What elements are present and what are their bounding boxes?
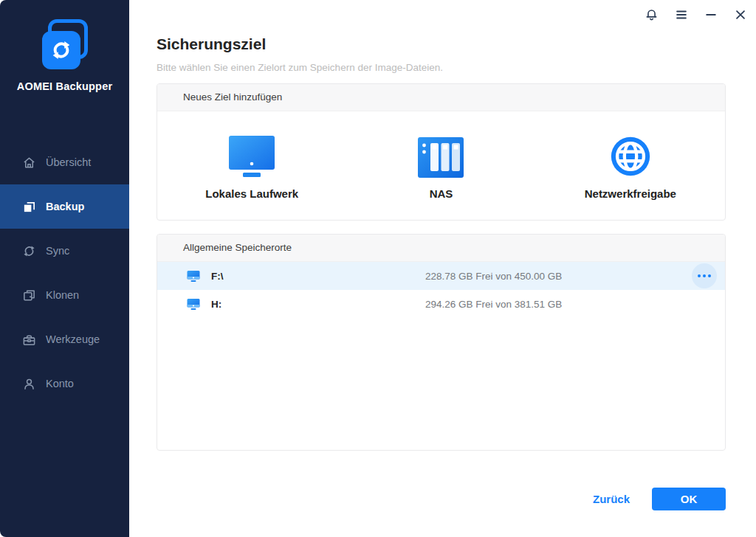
sidebar-item-label: Sync [46,245,69,257]
person-icon [22,377,36,391]
destination-options: Lokales Laufwerk [157,111,725,220]
globe-icon [608,132,653,179]
sidebar-item-klonen[interactable]: Klonen [0,273,129,317]
sync-icon [22,244,36,258]
sidebar-item-konto[interactable]: Konto [0,361,129,406]
sidebar-item-label: Werkzeuge [46,333,100,345]
sidebar-item-uebersicht[interactable]: Übersicht [0,140,129,184]
close-icon[interactable] [733,7,747,21]
home-icon [22,156,36,170]
backup-icon [22,200,36,214]
sidebar: AOMEI Backupper Übersicht Backup [0,0,129,537]
new-target-panel: Neues Ziel hinzufügen [157,83,726,221]
ok-button[interactable]: OK [652,488,726,510]
brand-name: AOMEI Backupper [0,80,129,92]
destination-option-nas[interactable]: NAS [346,132,535,200]
sidebar-item-werkzeuge[interactable]: Werkzeuge [0,317,129,361]
toolbox-icon [22,333,36,347]
clone-icon [22,288,36,302]
sidebar-item-label: Konto [46,378,74,389]
sidebar-item-label: Klonen [46,289,79,301]
drive-free-space: 294.26 GB Frei von 381.51 GB [425,299,562,310]
sidebar-nav: Übersicht Backup [0,140,129,406]
main-area: Sicherungsziel Bitte wählen Sie einen Zi… [129,0,756,537]
destination-option-label: Netzwerkfreigabe [585,187,676,200]
sidebar-item-label: Backup [46,201,84,212]
app-window: AOMEI Backupper Übersicht Backup [0,0,756,537]
drive-row-f[interactable]: F:\ 228.78 GB Frei von 450.00 GB [157,262,725,290]
drive-cell: H: [187,298,425,311]
drive-monitor-icon [187,298,200,311]
destination-option-label: NAS [430,187,453,200]
local-drive-icon [228,132,275,179]
bell-icon[interactable] [645,7,659,21]
menu-icon[interactable] [674,7,688,21]
sidebar-item-label: Übersicht [46,156,91,168]
destination-option-network-share[interactable]: Netzwerkfreigabe [536,132,725,200]
drive-letter: H: [211,299,221,310]
nas-icon [417,132,464,179]
footer-actions: Zurück OK [593,488,726,510]
drive-row-h[interactable]: H: 294.26 GB Frei von 381.51 GB [157,290,725,318]
destination-option-label: Lokales Laufwerk [205,187,298,200]
back-link[interactable]: Zurück [593,493,630,505]
sync-arrows-icon [42,31,80,69]
locations-panel-header: Allgemeine Speicherorte [157,235,725,262]
drive-monitor-icon [187,270,200,283]
destination-option-local-drive[interactable]: Lokales Laufwerk [157,132,346,200]
page-title: Sicherungsziel [157,35,266,53]
brand-block: AOMEI Backupper [0,0,129,92]
drive-cell: F:\ [187,270,425,283]
sidebar-item-backup[interactable]: Backup [0,184,129,229]
locations-panel: Allgemeine Speicherorte [157,234,726,451]
drive-letter: F:\ [211,271,224,282]
ellipsis-menu-button[interactable] [692,263,717,288]
page-subtitle: Bitte wählen Sie einen Zielort zum Speic… [157,62,443,73]
sidebar-item-sync[interactable]: Sync [0,229,129,273]
drive-free-space: 228.78 GB Frei von 450.00 GB [425,271,562,282]
minimize-icon[interactable] [704,7,718,21]
titlebar [645,7,747,21]
app-logo [40,19,90,72]
new-target-panel-header: Neues Ziel hinzufügen [157,84,725,111]
